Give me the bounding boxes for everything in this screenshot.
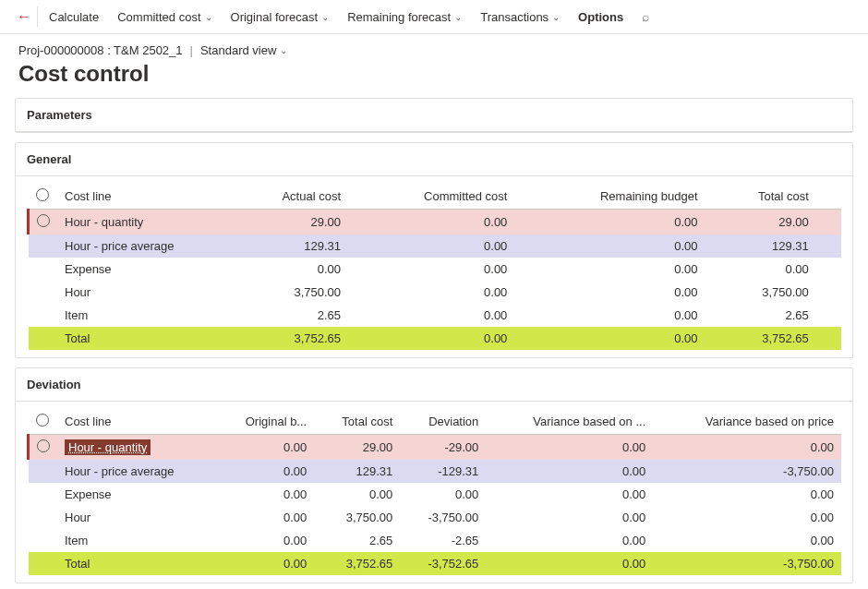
cell-value: 129.31 [705, 234, 816, 258]
cell-value: 0.00 [486, 483, 653, 506]
cell-value: -3,750.00 [653, 552, 841, 575]
cell-value: -3,750.00 [400, 506, 486, 529]
general-table: Cost line Actual cost Committed cost Rem… [27, 184, 841, 350]
cell-value: 0.00 [348, 327, 514, 350]
cell-value: 0.00 [214, 529, 314, 552]
col-cost-line[interactable]: Cost line [57, 184, 223, 210]
cost-line-label: Item [57, 304, 223, 327]
table-row[interactable]: Hour - price average0.00129.31-129.310.0… [29, 460, 842, 483]
cell-value: 3,752.65 [314, 552, 400, 575]
table-row[interactable]: Total3,752.650.000.003,752.65 [29, 327, 842, 350]
chevron-down-icon: ⌄ [280, 45, 287, 55]
view-selector[interactable]: Standard view⌄ [200, 43, 287, 57]
table-row[interactable]: Hour3,750.000.000.003,750.00 [29, 281, 842, 304]
cell-value: -3,750.00 [653, 460, 841, 483]
cell-value: 3,752.65 [705, 327, 816, 350]
cell-value: -29.00 [400, 435, 486, 461]
col-remaining-budget[interactable]: Remaining budget [514, 184, 705, 210]
col-total-cost[interactable]: Total cost [705, 184, 816, 210]
cell-value: 0.00 [348, 281, 514, 304]
cell-value: 0.00 [486, 552, 653, 575]
cell-value: 0.00 [348, 210, 514, 235]
col-variance-price[interactable]: Variance based on price [653, 409, 841, 435]
cell-value: 3,752.65 [223, 327, 348, 350]
cell-value: 0.00 [314, 483, 400, 506]
breadcrumb-separator: | [190, 43, 193, 57]
parameters-section[interactable]: Parameters [15, 98, 853, 133]
options-button[interactable]: Options [571, 6, 631, 28]
cell-value: 2.65 [705, 304, 816, 327]
breadcrumb: Proj-000000008 : T&M 2502_1 | Standard v… [0, 34, 868, 57]
row-radio[interactable] [37, 214, 50, 227]
cell-value: 0.00 [348, 304, 514, 327]
cell-value: 0.00 [214, 552, 314, 575]
cost-line-label: Expense [57, 258, 223, 281]
toolbar: ← Calculate Committed cost⌄ Original for… [0, 0, 868, 34]
cost-line-label: Expense [57, 483, 214, 506]
parameters-header: Parameters [16, 99, 852, 132]
cost-line-label: Hour [57, 281, 223, 304]
cell-value: 0.00 [705, 258, 816, 281]
cell-value: 0.00 [486, 529, 653, 552]
col-total-cost[interactable]: Total cost [314, 409, 400, 435]
cell-value: 0.00 [514, 258, 705, 281]
col-cost-line[interactable]: Cost line [57, 409, 214, 435]
table-row[interactable]: Item0.002.65-2.650.000.00 [29, 529, 842, 552]
cell-value: 0.00 [214, 435, 314, 461]
cell-value: -2.65 [400, 529, 486, 552]
committed-cost-menu[interactable]: Committed cost⌄ [110, 6, 219, 28]
col-deviation[interactable]: Deviation [400, 409, 486, 435]
cell-value: 0.00 [214, 483, 314, 506]
calculate-button[interactable]: Calculate [42, 6, 106, 28]
cell-value: 29.00 [314, 435, 400, 461]
general-section: General Cost line Actual cost Committed … [15, 142, 853, 358]
cell-value: 0.00 [514, 234, 705, 258]
cell-value: 2.65 [223, 304, 348, 327]
original-forecast-menu[interactable]: Original forecast⌄ [223, 6, 337, 28]
back-icon[interactable]: ← [11, 6, 38, 27]
cell-value: 129.31 [223, 234, 348, 258]
table-row[interactable]: Total0.003,752.65-3,752.650.00-3,750.00 [29, 552, 842, 575]
general-header: General [16, 143, 852, 176]
select-all-radio[interactable] [29, 184, 58, 210]
cell-value: -3,752.65 [400, 552, 486, 575]
cell-value: 3,750.00 [314, 506, 400, 529]
table-row[interactable]: Hour0.003,750.00-3,750.000.000.00 [29, 506, 842, 529]
cell-value: 0.00 [653, 506, 841, 529]
table-row[interactable]: Hour - quantity29.000.000.0029.00 [29, 210, 842, 235]
deviation-section: Deviation Cost line Original b... Total … [15, 367, 853, 583]
table-row[interactable]: Expense0.000.000.000.000.00 [29, 483, 842, 506]
table-row[interactable]: Expense0.000.000.000.00 [29, 258, 842, 281]
cost-line-label: Total [57, 327, 223, 350]
page-title: Cost control [0, 57, 868, 98]
cell-value: 0.00 [400, 483, 486, 506]
cell-value: 0.00 [214, 506, 314, 529]
table-row[interactable]: Hour - quantity0.0029.00-29.000.000.00 [29, 435, 842, 461]
col-actual-cost[interactable]: Actual cost [223, 184, 348, 210]
cell-value: 0.00 [653, 529, 841, 552]
chevron-down-icon: ⌄ [454, 12, 462, 22]
cell-value: 0.00 [486, 506, 653, 529]
col-original-budget[interactable]: Original b... [214, 409, 314, 435]
select-all-radio[interactable] [29, 409, 58, 435]
cost-line-label: Hour - quantity [57, 210, 223, 235]
transactions-menu[interactable]: Transactions⌄ [473, 6, 567, 28]
cell-value: 2.65 [314, 529, 400, 552]
col-variance-quantity[interactable]: Variance based on ... [486, 409, 653, 435]
deviation-table: Cost line Original b... Total cost Devia… [27, 409, 841, 575]
cell-value: 0.00 [486, 460, 653, 483]
cost-line-label: Item [57, 529, 214, 552]
row-radio[interactable] [37, 439, 50, 452]
remaining-forecast-menu[interactable]: Remaining forecast⌄ [340, 6, 469, 28]
col-committed-cost[interactable]: Committed cost [348, 184, 514, 210]
cell-value: 129.31 [314, 460, 400, 483]
cell-value: 0.00 [486, 435, 653, 461]
chevron-down-icon: ⌄ [205, 12, 212, 22]
table-row[interactable]: Item2.650.000.002.65 [29, 304, 842, 327]
table-row[interactable]: Hour - price average129.310.000.00129.31 [29, 234, 842, 258]
cell-value: 0.00 [514, 281, 705, 304]
project-id: Proj-000000008 : T&M 2502_1 [18, 43, 183, 57]
cell-value: 3,750.00 [705, 281, 816, 304]
cell-value: -129.31 [400, 460, 486, 483]
search-icon[interactable]: ⌕ [634, 6, 657, 28]
